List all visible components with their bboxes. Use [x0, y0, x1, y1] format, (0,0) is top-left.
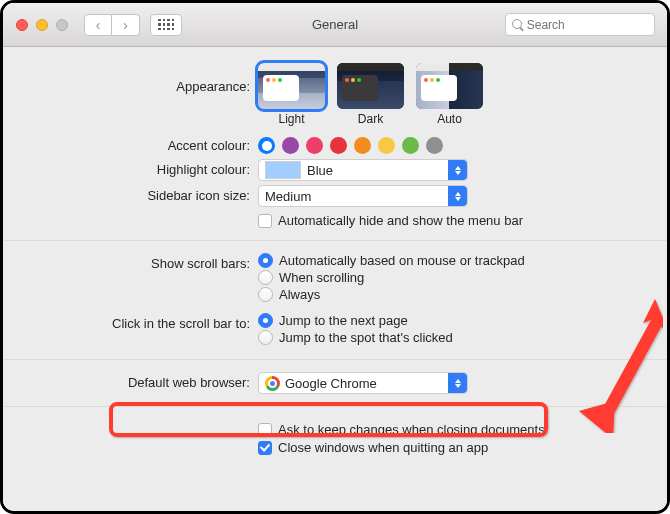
zoom-window-button[interactable] — [56, 19, 68, 31]
clickscroll-option[interactable]: Jump to the next page — [258, 313, 607, 328]
appearance-light[interactable]: Light — [258, 63, 325, 126]
accent-swatch[interactable] — [354, 137, 371, 154]
auto-hide-menubar-label: Automatically hide and show the menu bar — [278, 213, 523, 228]
highlight-label: Highlight colour: — [3, 159, 258, 177]
sidebar-size-value: Medium — [265, 189, 311, 204]
chevron-left-icon: ‹ — [96, 16, 101, 33]
traffic-lights — [3, 19, 68, 31]
appearance-light-label: Light — [278, 112, 304, 126]
appearance-label: Appearance: — [3, 63, 258, 94]
accent-swatch[interactable] — [282, 137, 299, 154]
search-input[interactable] — [527, 18, 648, 32]
clickscroll-option[interactable]: Jump to the spot that's clicked — [258, 330, 607, 345]
sidebar-size-select[interactable]: Medium — [258, 185, 468, 207]
dropdown-arrows-icon — [448, 186, 467, 206]
dropdown-arrows-icon — [448, 160, 467, 180]
divider — [3, 240, 667, 241]
close-windows-quit-label: Close windows when quitting an app — [278, 440, 488, 455]
accent-label: Accent colour: — [3, 135, 258, 153]
scrollbars-option[interactable]: When scrolling — [258, 270, 607, 285]
clickscroll-option-label: Jump to the spot that's clicked — [279, 330, 453, 345]
ask-keep-changes-label: Ask to keep changes when closing documen… — [278, 422, 545, 437]
scrollbars-option-label: Always — [279, 287, 320, 302]
search-icon — [512, 19, 523, 31]
divider — [3, 406, 667, 407]
radio-icon — [258, 313, 273, 328]
scrollbars-option[interactable]: Automatically based on mouse or trackpad — [258, 253, 607, 268]
radio-icon — [258, 270, 273, 285]
titlebar: ‹ › General — [3, 3, 667, 47]
appearance-dark-label: Dark — [358, 112, 383, 126]
accent-swatch[interactable] — [402, 137, 419, 154]
default-browser-select[interactable]: Google Chrome — [258, 372, 468, 394]
radio-icon — [258, 253, 273, 268]
ask-keep-changes-checkbox[interactable]: Ask to keep changes when closing documen… — [258, 422, 607, 437]
highlight-value: Blue — [307, 163, 333, 178]
checkbox-icon — [258, 423, 272, 437]
scrollbars-label: Show scroll bars: — [3, 253, 258, 271]
scrollbars-option[interactable]: Always — [258, 287, 607, 302]
accent-swatch[interactable] — [258, 137, 275, 154]
checkbox-icon — [258, 214, 272, 228]
window-title: General — [312, 17, 358, 32]
forward-button[interactable]: › — [112, 14, 140, 36]
dropdown-arrows-icon — [448, 373, 467, 393]
clickscroll-option-label: Jump to the next page — [279, 313, 408, 328]
close-windows-quit-checkbox[interactable]: Close windows when quitting an app — [258, 440, 607, 455]
checkbox-icon — [258, 441, 272, 455]
radio-icon — [258, 287, 273, 302]
scrollbars-option-label: When scrolling — [279, 270, 364, 285]
accent-swatch[interactable] — [378, 137, 395, 154]
browser-label: Default web browser: — [3, 372, 258, 390]
appearance-auto-label: Auto — [437, 112, 462, 126]
accent-swatch[interactable] — [426, 137, 443, 154]
accent-swatches — [258, 135, 607, 154]
divider — [3, 359, 667, 360]
clickscroll-label: Click in the scroll bar to: — [3, 313, 258, 331]
accent-swatch[interactable] — [306, 137, 323, 154]
appearance-dark[interactable]: Dark — [337, 63, 404, 126]
back-button[interactable]: ‹ — [84, 14, 112, 36]
chevron-right-icon: › — [123, 16, 128, 33]
scrollbars-option-label: Automatically based on mouse or trackpad — [279, 253, 525, 268]
highlight-colour-select[interactable]: Blue — [258, 159, 468, 181]
show-all-button[interactable] — [150, 14, 182, 36]
accent-swatch[interactable] — [330, 137, 347, 154]
sidebar-size-label: Sidebar icon size: — [3, 185, 258, 203]
close-window-button[interactable] — [16, 19, 28, 31]
chrome-icon — [265, 376, 280, 391]
grid-icon — [158, 19, 174, 31]
default-browser-value: Google Chrome — [285, 376, 377, 391]
auto-hide-menubar-checkbox[interactable]: Automatically hide and show the menu bar — [258, 213, 607, 228]
search-field[interactable] — [505, 13, 655, 36]
radio-icon — [258, 330, 273, 345]
appearance-auto[interactable]: Auto — [416, 63, 483, 126]
minimize-window-button[interactable] — [36, 19, 48, 31]
highlight-swatch-icon — [265, 161, 301, 179]
